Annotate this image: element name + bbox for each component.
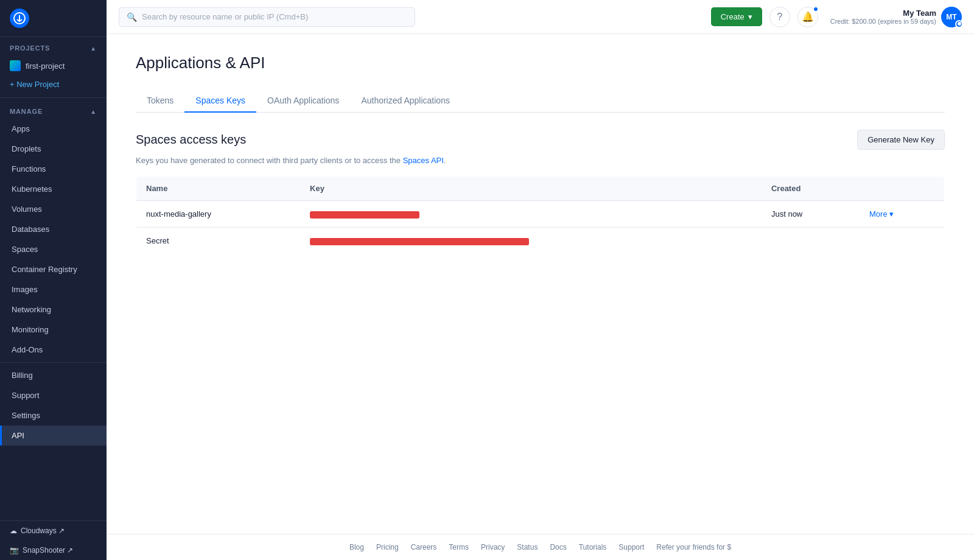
sidebar: Projects ▲ first-project + New Project M… (0, 0, 107, 560)
row-0-more-button[interactable]: More ▾ (869, 209, 934, 219)
topbar: 🔍 Search by resource name or public IP (… (107, 0, 974, 34)
user-info: My Team Credit: $200.00 (expires in 59 d… (830, 7, 962, 27)
projects-section-header: Projects ▲ (0, 37, 107, 55)
sidebar-external-links: ☁Cloudways ↗📷SnapShooter ↗ (0, 520, 107, 560)
user-text: My Team Credit: $200.00 (expires in 59 d… (830, 9, 936, 25)
content-area: Applications & API TokensSpaces KeysOAut… (107, 34, 974, 534)
sidebar-item-api[interactable]: API (0, 425, 107, 446)
help-button[interactable]: ? (769, 7, 790, 27)
tab-tokens[interactable]: Tokens (136, 89, 184, 113)
col-header-created: Created (762, 177, 860, 201)
sidebar-item-networking[interactable]: Networking (0, 299, 107, 320)
main-content: 🔍 Search by resource name or public IP (… (107, 0, 974, 560)
sidebar-item-monitoring[interactable]: Monitoring (0, 320, 107, 340)
bottom-nav-items: BillingSupportSettingsAPI (0, 365, 107, 446)
footer-link-status[interactable]: Status (517, 543, 538, 551)
row-1-name: Secret (136, 228, 301, 254)
row-1-key (300, 228, 762, 254)
projects-chevron-icon: ▲ (90, 45, 97, 52)
help-icon: ? (777, 12, 782, 23)
tab-authorized[interactable]: Authorized Applications (350, 89, 461, 113)
snapshooter-icon: 📷 (10, 546, 19, 555)
chevron-down-icon: ▾ (748, 12, 752, 21)
footer-link-privacy[interactable]: Privacy (481, 543, 505, 551)
sidebar-divider (0, 97, 107, 98)
new-project-button[interactable]: + New Project (0, 76, 107, 95)
sidebar-item-container-registry[interactable]: Container Registry (0, 259, 107, 279)
avatar-badge (955, 20, 963, 28)
ext-items: ☁Cloudways ↗📷SnapShooter ↗ (0, 521, 107, 560)
avatar[interactable]: MT (941, 7, 962, 27)
chevron-down-icon: ▾ (889, 209, 894, 219)
table-row: Secret (136, 228, 945, 254)
sidebar-item-add-ons[interactable]: Add-Ons (0, 340, 107, 360)
footer-link-terms[interactable]: Terms (449, 543, 469, 551)
sidebar-item-spaces[interactable]: Spaces (0, 239, 107, 259)
sidebar-item-billing[interactable]: Billing (0, 365, 107, 385)
notification-badge (813, 6, 819, 12)
footer-link-blog[interactable]: Blog (349, 543, 364, 551)
section-title: Spaces access keys (136, 133, 246, 147)
sidebar-item-droplets[interactable]: Droplets (0, 139, 107, 159)
col-header-name: Name (136, 177, 301, 201)
footer-link-tutorials[interactable]: Tutorials (579, 543, 607, 551)
sidebar-item-images[interactable]: Images (0, 279, 107, 299)
search-box[interactable]: 🔍 Search by resource name or public IP (… (119, 7, 415, 27)
row-0-created: Just now (762, 201, 860, 228)
section-header: Spaces access keys Generate New Key (136, 130, 945, 150)
keys-table: NameKeyCreated nuxt-media-galleryJust no… (136, 176, 945, 254)
sidebar-ext-snapshooter[interactable]: 📷SnapShooter ↗ (0, 541, 107, 560)
search-icon: 🔍 (127, 12, 137, 22)
manage-chevron-icon: ▲ (90, 108, 97, 115)
bell-icon: 🔔 (802, 11, 814, 23)
sidebar-item-first-project[interactable]: first-project (0, 55, 107, 76)
row-1-created (762, 228, 860, 254)
sidebar-ext-cloudways[interactable]: ☁Cloudways ↗ (0, 521, 107, 541)
footer-link-refer-your-friends-for-$[interactable]: Refer your friends for $ (656, 543, 731, 551)
tab-spaces-keys[interactable]: Spaces Keys (184, 89, 256, 113)
spaces-api-link[interactable]: Spaces API (403, 156, 444, 165)
sidebar-item-databases[interactable]: Databases (0, 219, 107, 239)
manage-section-header: Manage ▲ (0, 100, 107, 119)
cloudways-icon: ☁ (10, 527, 17, 535)
table-row: nuxt-media-galleryJust nowMore ▾ (136, 201, 945, 228)
footer-link-pricing[interactable]: Pricing (376, 543, 399, 551)
sidebar-item-apps[interactable]: Apps (0, 119, 107, 139)
row-0-key (300, 201, 762, 228)
logo-icon (10, 9, 29, 28)
row-0-key-redacted (310, 211, 419, 219)
sidebar-item-functions[interactable]: Functions (0, 159, 107, 179)
row-1-key-redacted (310, 238, 529, 245)
sidebar-item-support[interactable]: Support (0, 385, 107, 405)
row-0-name: nuxt-media-gallery (136, 201, 301, 228)
section-description: Keys you have generated to connect with … (136, 156, 945, 165)
page-title: Applications & API (136, 54, 945, 72)
sidebar-divider-2 (0, 362, 107, 363)
footer: BlogPricingCareersTermsPrivacyStatusDocs… (107, 534, 974, 560)
search-placeholder: Search by resource name or public IP (Cm… (142, 12, 308, 21)
footer-link-support[interactable]: Support (618, 543, 644, 551)
notifications-button[interactable]: 🔔 (797, 7, 818, 27)
col-header-key: Key (300, 177, 762, 201)
sidebar-item-settings[interactable]: Settings (0, 405, 107, 425)
sidebar-item-kubernetes[interactable]: Kubernetes (0, 179, 107, 199)
footer-link-careers[interactable]: Careers (411, 543, 437, 551)
project-icon (10, 60, 21, 71)
sidebar-logo (0, 0, 107, 37)
table-header-row: NameKeyCreated (136, 177, 945, 201)
nav-items: AppsDropletsFunctionsKubernetesVolumesDa… (0, 119, 107, 360)
tabs: TokensSpaces KeysOAuth ApplicationsAutho… (136, 89, 945, 113)
tab-oauth[interactable]: OAuth Applications (256, 89, 350, 113)
footer-link-docs[interactable]: Docs (550, 543, 566, 551)
create-button[interactable]: Create ▾ (711, 7, 762, 26)
sidebar-item-volumes[interactable]: Volumes (0, 199, 107, 219)
generate-new-key-button[interactable]: Generate New Key (857, 130, 945, 150)
user-credit: Credit: $200.00 (expires in 59 days) (830, 18, 936, 25)
user-name: My Team (830, 9, 936, 18)
